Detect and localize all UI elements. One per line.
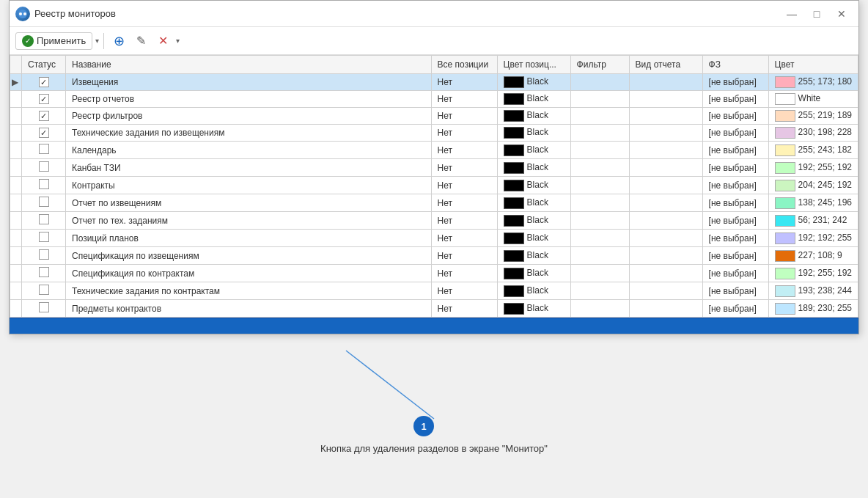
row-indicator [10, 265, 22, 282]
row-filter [570, 108, 629, 125]
close-button[interactable]: ✕ [831, 6, 853, 22]
maximize-button[interactable]: □ [806, 6, 828, 22]
row-report-type [629, 74, 702, 91]
row-display-color: 192; 255; 192 [768, 265, 858, 282]
row-filter [570, 300, 629, 318]
row-report-type [629, 265, 702, 282]
color-label: Black [527, 180, 548, 190]
row-fz: [не выбран] [702, 282, 768, 300]
row-checkbox[interactable] [39, 267, 49, 277]
display-color-label: 192; 255; 192 [798, 268, 852, 278]
row-fz: [не выбран] [702, 300, 768, 318]
col-report-type: Вид отчета [629, 56, 702, 74]
row-fz: [не выбран] [702, 108, 768, 125]
svg-point-1 [19, 12, 22, 15]
table-row[interactable]: Предметы контрактовНетBlack[не выбран]18… [10, 300, 858, 318]
row-checkbox[interactable] [39, 179, 49, 189]
row-all-positions: Нет [431, 212, 497, 230]
row-checkbox[interactable] [39, 144, 49, 154]
row-color-position: Black [497, 177, 570, 194]
display-color-label: 192; 192; 255 [798, 232, 852, 243]
table-row[interactable]: Отчет по тех. заданиямНетBlack[не выбран… [10, 212, 858, 230]
toolbar-separator-1 [103, 33, 104, 49]
table-row[interactable]: КонтрактыНетBlack[не выбран]204; 245; 19… [10, 177, 858, 194]
row-fz: [не выбран] [702, 230, 768, 247]
table-row[interactable]: Реестр отчетовНетBlack[не выбран]White [10, 91, 858, 108]
color-label: Black [527, 303, 548, 313]
row-checkbox[interactable] [39, 232, 49, 242]
row-checkbox[interactable] [39, 249, 49, 260]
row-all-positions: Нет [431, 159, 497, 177]
row-checkbox[interactable] [39, 128, 49, 138]
row-name: Календарь [66, 142, 432, 159]
row-indicator [10, 212, 22, 230]
col-fz: ФЗ [702, 56, 768, 74]
add-button[interactable]: ⊕ [108, 31, 129, 51]
callout-circle-wrapper: 1 [413, 416, 434, 436]
row-all-positions: Нет [431, 194, 497, 212]
row-all-positions: Нет [431, 282, 497, 300]
row-checkbox[interactable] [39, 214, 49, 224]
color-label: Black [527, 162, 548, 172]
row-all-positions: Нет [431, 300, 497, 318]
row-all-positions: Нет [431, 125, 497, 142]
row-display-color: 227; 108; 9 [768, 247, 858, 265]
row-fz: [не выбран] [702, 194, 768, 212]
row-report-type [629, 282, 702, 300]
apply-icon: ✓ [22, 35, 34, 47]
table-container[interactable]: Статус Название Все позиции Цвет позиц..… [10, 55, 858, 318]
row-fz: [не выбран] [702, 74, 768, 91]
table-row[interactable]: ▶ИзвещенияНетBlack[не выбран]255; 173; 1… [10, 74, 858, 91]
apply-button[interactable]: ✓ Применить [15, 32, 92, 50]
row-display-color: 138; 245; 196 [768, 194, 858, 212]
row-name: Реестр фильтров [66, 108, 432, 125]
table-row[interactable]: Реестр фильтровНетBlack[не выбран]255; 2… [10, 108, 858, 125]
table-body: ▶ИзвещенияНетBlack[не выбран]255; 173; 1… [10, 74, 858, 318]
display-color-label: 138; 245; 196 [798, 197, 852, 208]
row-display-color: 192; 192; 255 [768, 230, 858, 247]
row-checkbox[interactable] [39, 197, 49, 207]
col-color-pos: Цвет позиц... [497, 56, 570, 74]
row-all-positions: Нет [431, 142, 497, 159]
row-display-color: 192; 255; 192 [768, 159, 858, 177]
row-name: Технические задания по извещениям [66, 125, 432, 142]
table-row[interactable]: Спецификация по извещениямНетBlack[не вы… [10, 247, 858, 265]
app-icon [15, 7, 30, 21]
row-filter [570, 177, 629, 194]
row-report-type [629, 125, 702, 142]
table-row[interactable]: Позиций плановНетBlack[не выбран]192; 19… [10, 230, 858, 247]
row-all-positions: Нет [431, 265, 497, 282]
checkbox-cell [22, 177, 66, 194]
row-color-position: Black [497, 265, 570, 282]
col-color: Цвет [768, 56, 858, 74]
row-report-type [629, 177, 702, 194]
delete-button[interactable]: ✕ [152, 31, 173, 51]
row-checkbox[interactable] [39, 285, 49, 295]
display-color-label: 192; 255; 192 [798, 162, 852, 172]
table-row[interactable]: КалендарьНетBlack[не выбран]255; 243; 18… [10, 142, 858, 159]
table-row[interactable]: Канбан ТЗИНетBlack[не выбран]192; 255; 1… [10, 159, 858, 177]
minimize-button[interactable]: — [781, 6, 803, 22]
row-display-color: White [768, 91, 858, 108]
apply-dropdown-arrow[interactable]: ▾ [95, 37, 99, 45]
col-indicator [10, 56, 22, 74]
row-checkbox[interactable] [39, 161, 49, 172]
row-report-type [629, 194, 702, 212]
row-color-position: Black [497, 212, 570, 230]
delete-dropdown-arrow[interactable]: ▾ [176, 37, 180, 45]
table-row[interactable]: Спецификация по контрактамНетBlack[не вы… [10, 265, 858, 282]
edit-button[interactable]: ✎ [130, 31, 151, 51]
table-content: Статус Название Все позиции Цвет позиц..… [10, 55, 858, 318]
color-label: Black [527, 144, 548, 155]
row-checkbox[interactable] [39, 77, 49, 87]
annotation-svg [177, 349, 691, 437]
row-color-position: Black [497, 247, 570, 265]
row-checkbox[interactable] [39, 302, 49, 312]
table-row[interactable]: Отчет по извещениямНетBlack[не выбран]13… [10, 194, 858, 212]
table-row[interactable]: Технические задания по извещениямНетBlac… [10, 125, 858, 142]
color-label: Black [527, 93, 548, 103]
row-checkbox[interactable] [39, 94, 49, 104]
table-row[interactable]: Технические задания по контрактамНетBlac… [10, 282, 858, 300]
row-checkbox[interactable] [39, 111, 49, 121]
row-name: Отчет по извещениям [66, 194, 432, 212]
